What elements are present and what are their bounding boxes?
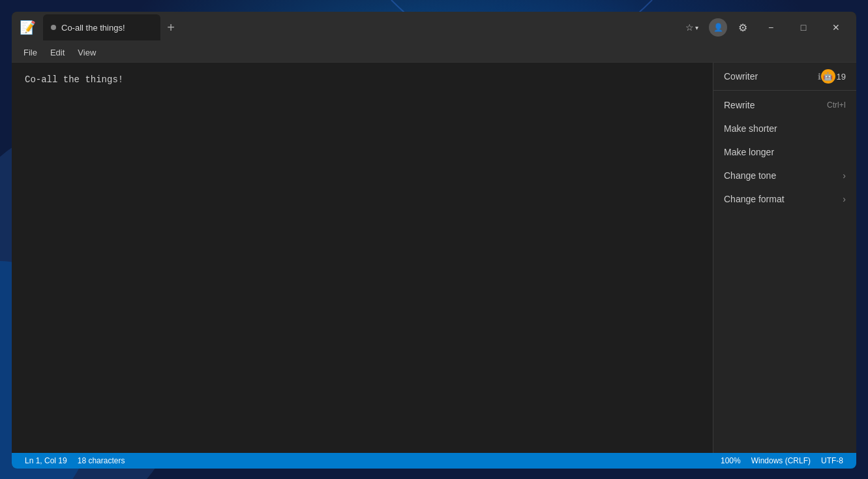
restore-button[interactable]: □ (788, 17, 818, 38)
tab-title: Co-all the things! (61, 23, 153, 33)
cowriter-header: Cowriter ℹ 🤖 19 (713, 63, 856, 91)
change-tone-label: Change tone (724, 170, 776, 181)
menu-edit[interactable]: Edit (44, 45, 71, 60)
restore-icon: □ (801, 22, 806, 33)
menu-file[interactable]: File (17, 45, 44, 60)
minimize-icon: − (768, 22, 773, 33)
statusbar: Ln 1, Col 19 18 characters 100% Windows … (12, 453, 856, 469)
cowriter-menu: Rewrite Ctrl+I Make shorter Make longer … (713, 91, 856, 213)
gear-icon: ⚙ (738, 22, 747, 34)
active-tab[interactable]: Co-all the things! (43, 14, 160, 40)
status-line-col[interactable]: Ln 1, Col 19 (20, 456, 72, 465)
account-icon: 👤 (713, 23, 723, 32)
new-tab-button[interactable]: + (160, 17, 181, 38)
settings-button[interactable]: ⚙ (732, 17, 753, 38)
editor-content: Co-all the things! (25, 73, 700, 87)
cowriter-badge: 🤖 19 (821, 69, 846, 84)
status-line-ending[interactable]: Windows (CRLF) (746, 456, 816, 465)
main-area: Co-all the things! Cowriter ℹ 🤖 19 Rewri… (12, 63, 856, 453)
app-icon: 📝 (17, 17, 38, 38)
make-longer-label: Make longer (724, 147, 774, 157)
rewrite-label: Rewrite (724, 100, 755, 110)
account-button[interactable]: 👤 (709, 18, 727, 37)
change-tone-arrow-icon: › (843, 170, 846, 181)
change-format-arrow-icon: › (843, 194, 846, 204)
cowriter-change-format-item[interactable]: Change format › (713, 187, 856, 211)
make-shorter-label: Make shorter (724, 123, 777, 134)
cowriter-badge-icon: 🤖 (821, 69, 835, 84)
cowriter-rewrite-item[interactable]: Rewrite Ctrl+I (713, 93, 856, 117)
titlebar-actions: ☆ ▾ 👤 ⚙ − □ ✕ (680, 12, 851, 43)
menu-view[interactable]: View (71, 45, 102, 60)
main-window: 📝 Co-all the things! + ☆ ▾ 👤 ⚙ − (12, 12, 856, 469)
favorites-button[interactable]: ☆ ▾ (680, 20, 704, 35)
cowriter-make-longer-item[interactable]: Make longer (713, 140, 856, 164)
status-zoom[interactable]: 100% (715, 456, 746, 465)
titlebar: 📝 Co-all the things! + ☆ ▾ 👤 ⚙ − (12, 12, 856, 43)
tab-bar: Co-all the things! + (43, 12, 362, 43)
tab-modified-dot (51, 25, 56, 30)
chevron-down-icon: ▾ (695, 24, 698, 31)
close-icon: ✕ (832, 22, 840, 33)
status-encoding[interactable]: UTF-8 (816, 456, 848, 465)
editor[interactable]: Co-all the things! (12, 63, 713, 453)
menubar: File Edit View (12, 43, 856, 63)
close-button[interactable]: ✕ (821, 17, 851, 38)
cowriter-title: Cowriter (724, 71, 815, 82)
status-characters[interactable]: 18 characters (72, 456, 130, 465)
cowriter-change-tone-item[interactable]: Change tone › (713, 164, 856, 187)
cowriter-badge-count: 19 (837, 72, 846, 82)
cowriter-panel: Cowriter ℹ 🤖 19 Rewrite Ctrl+I Make shor… (713, 63, 856, 453)
cowriter-make-shorter-item[interactable]: Make shorter (713, 117, 856, 140)
rewrite-shortcut: Ctrl+I (827, 100, 846, 110)
change-format-label: Change format (724, 194, 785, 204)
star-icon: ☆ (685, 22, 694, 33)
minimize-button[interactable]: − (756, 17, 786, 38)
